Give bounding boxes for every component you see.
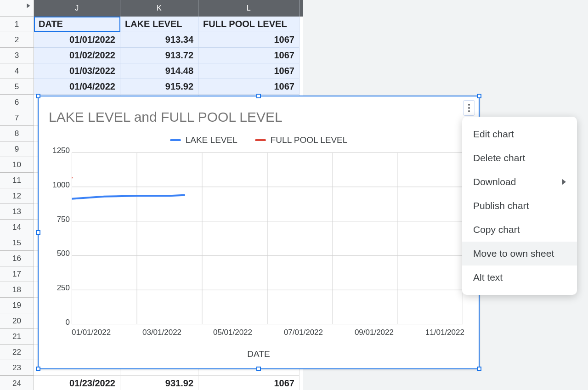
row-header[interactable]: 6 bbox=[0, 95, 34, 110]
menu-item-label: Alt text bbox=[473, 272, 503, 283]
x-tick: 01/01/2022 bbox=[72, 328, 111, 337]
menu-item-download[interactable]: Download bbox=[462, 170, 577, 194]
row-header[interactable]: 24 bbox=[0, 376, 34, 390]
menu-item-publish-chart[interactable]: Publish chart bbox=[462, 194, 577, 218]
row-header[interactable]: 10 bbox=[0, 157, 34, 173]
cell-header-pool[interactable]: FULL POOL LEVEL bbox=[198, 17, 300, 32]
resize-handle-s[interactable] bbox=[256, 367, 261, 371]
resize-handle-sw[interactable] bbox=[36, 367, 40, 371]
menu-item-label: Edit chart bbox=[473, 129, 514, 140]
row-header[interactable]: 5 bbox=[0, 79, 34, 95]
legend-swatch-red bbox=[255, 139, 266, 141]
cell-pool[interactable]: 1067 bbox=[198, 63, 300, 79]
legend-label: FULL POOL LEVEL bbox=[271, 135, 348, 145]
y-tick: 1000 bbox=[52, 181, 70, 190]
chart-plot bbox=[72, 153, 463, 324]
y-axis-labels: 025050075010001250 bbox=[47, 151, 70, 324]
chart-legend: LAKE LEVEL FULL POOL LEVEL bbox=[39, 135, 479, 145]
col-header-K[interactable]: K bbox=[120, 0, 198, 17]
cell-date[interactable]: 01/03/2022 bbox=[34, 63, 120, 79]
row-header[interactable]: 19 bbox=[0, 298, 34, 313]
legend-label: LAKE LEVEL bbox=[186, 135, 237, 145]
menu-item-delete-chart[interactable]: Delete chart bbox=[462, 146, 577, 170]
chart-object[interactable]: LAKE LEVEL and FULL POOL LEVEL LAKE LEVE… bbox=[38, 96, 480, 369]
cell-lake[interactable]: 915.92 bbox=[120, 79, 198, 95]
col-header-L[interactable]: L bbox=[198, 0, 300, 17]
menu-item-copy-chart[interactable]: Copy chart bbox=[462, 218, 577, 242]
x-axis-title: DATE bbox=[39, 349, 479, 359]
cell-header-date[interactable]: DATE bbox=[34, 17, 120, 32]
row-header[interactable]: 20 bbox=[0, 313, 34, 329]
cell-lake[interactable]: 913.34 bbox=[120, 32, 198, 48]
row-header[interactable]: 1 bbox=[0, 17, 34, 32]
row-header[interactable]: 9 bbox=[0, 141, 34, 157]
row-header[interactable]: 18 bbox=[0, 282, 34, 298]
menu-item-label: Download bbox=[473, 176, 516, 187]
y-tick: 1250 bbox=[52, 146, 70, 155]
triangle-icon bbox=[27, 4, 30, 8]
cell-date[interactable]: 01/04/2022 bbox=[34, 79, 120, 95]
row-header[interactable]: 22 bbox=[0, 345, 34, 360]
row-header[interactable]: 2 bbox=[0, 32, 34, 48]
resize-handle-se[interactable] bbox=[477, 367, 481, 371]
x-axis-labels: 01/01/202203/01/202205/01/202207/01/2022… bbox=[72, 328, 464, 337]
y-tick: 250 bbox=[57, 283, 70, 293]
resize-handle-ne[interactable] bbox=[477, 94, 481, 98]
x-tick: 09/01/2022 bbox=[355, 328, 394, 337]
menu-item-label: Publish chart bbox=[473, 200, 529, 211]
y-tick: 750 bbox=[57, 215, 70, 224]
cell-pool[interactable]: 1067 bbox=[198, 376, 300, 390]
row-header[interactable]: 4 bbox=[0, 63, 34, 79]
row-header[interactable]: 15 bbox=[0, 235, 34, 251]
cell-lake[interactable]: 913.72 bbox=[120, 48, 198, 63]
menu-item-label: Move to own sheet bbox=[473, 248, 554, 259]
row-header[interactable]: 3 bbox=[0, 48, 34, 63]
row-header[interactable]: 23 bbox=[0, 360, 34, 376]
legend-swatch-blue bbox=[170, 139, 181, 141]
row-header[interactable]: 12 bbox=[0, 188, 34, 204]
row-header[interactable]: 14 bbox=[0, 220, 34, 235]
row-header[interactable]: 16 bbox=[0, 251, 34, 266]
y-tick: 0 bbox=[66, 318, 70, 327]
row-header[interactable]: 11 bbox=[0, 173, 34, 188]
cell-date[interactable]: 01/23/2022 bbox=[34, 376, 120, 390]
cell-date[interactable]: 01/02/2022 bbox=[34, 48, 120, 63]
cell-header-lake[interactable]: LAKE LEVEL bbox=[120, 17, 198, 32]
menu-item-alt-text[interactable]: Alt text bbox=[462, 266, 577, 289]
resize-handle-n[interactable] bbox=[256, 94, 261, 98]
row-header[interactable]: 21 bbox=[0, 329, 34, 345]
x-tick: 11/01/2022 bbox=[425, 328, 464, 337]
cell-pool[interactable]: 1067 bbox=[198, 48, 300, 63]
row-header[interactable]: 17 bbox=[0, 266, 34, 282]
menu-item-label: Copy chart bbox=[473, 224, 520, 235]
menu-item-label: Delete chart bbox=[473, 153, 525, 164]
chart-title: LAKE LEVEL and FULL POOL LEVEL bbox=[49, 109, 283, 125]
submenu-arrow-icon bbox=[562, 179, 566, 185]
x-tick: 03/01/2022 bbox=[142, 328, 181, 337]
menu-item-edit-chart[interactable]: Edit chart bbox=[462, 122, 577, 146]
cell-pool[interactable]: 1067 bbox=[198, 79, 300, 95]
y-tick: 500 bbox=[57, 249, 70, 258]
row-header[interactable]: 8 bbox=[0, 126, 34, 141]
cell-lake[interactable]: 914.48 bbox=[120, 63, 198, 79]
col-header-J[interactable]: J bbox=[34, 0, 120, 17]
row-header[interactable]: 7 bbox=[0, 110, 34, 126]
legend-item-lake: LAKE LEVEL bbox=[170, 135, 237, 145]
cell-pool[interactable]: 1067 bbox=[198, 32, 300, 48]
menu-item-move-to-own-sheet[interactable]: Move to own sheet bbox=[462, 242, 577, 266]
legend-item-pool: FULL POOL LEVEL bbox=[255, 135, 348, 145]
chart-series-line bbox=[72, 195, 184, 199]
chart-context-menu: Edit chartDelete chartDownloadPublish ch… bbox=[462, 117, 577, 295]
chart-menu-button[interactable] bbox=[463, 100, 475, 116]
cell-lake[interactable]: 931.92 bbox=[120, 376, 198, 390]
select-all-corner[interactable] bbox=[0, 0, 34, 17]
resize-handle-w[interactable] bbox=[36, 230, 40, 235]
row-header[interactable]: 13 bbox=[0, 204, 34, 220]
x-tick: 05/01/2022 bbox=[213, 328, 252, 337]
column-headers: J K L bbox=[0, 0, 303, 17]
x-tick: 07/01/2022 bbox=[284, 328, 323, 337]
cell-date[interactable]: 01/01/2022 bbox=[34, 32, 120, 48]
resize-handle-nw[interactable] bbox=[36, 94, 40, 98]
